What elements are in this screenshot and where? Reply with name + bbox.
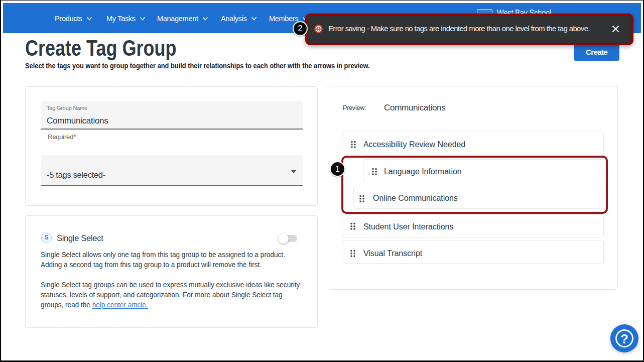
- svg-text:?: ?: [620, 331, 628, 346]
